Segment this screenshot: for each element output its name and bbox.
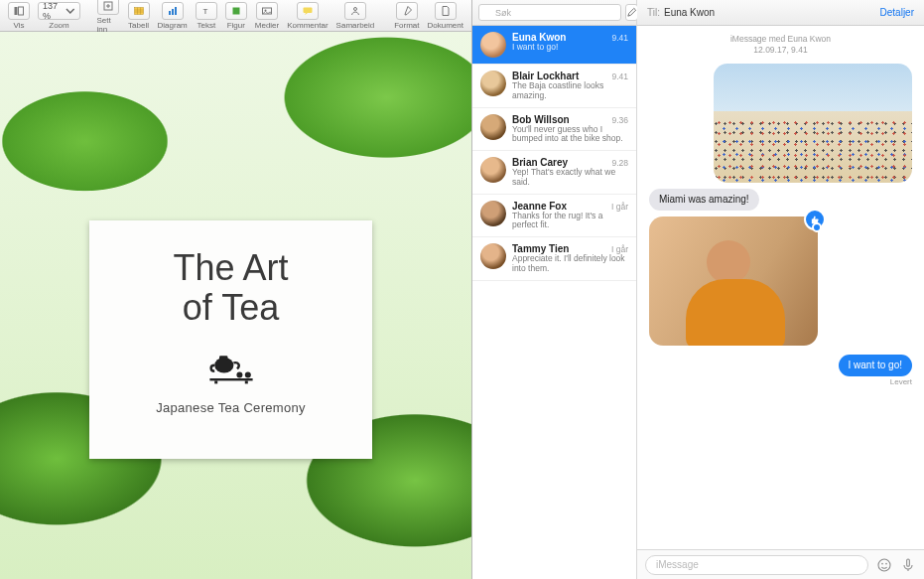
svg-rect-11 — [303, 7, 312, 13]
brush-icon — [401, 5, 413, 17]
svg-rect-5 — [172, 9, 174, 15]
svg-rect-3 — [134, 7, 143, 14]
conversation-item[interactable]: Tammy TienI gårAppreciate it. I'll defin… — [472, 237, 636, 281]
document-button[interactable] — [435, 2, 457, 20]
chart-group: Diagram — [158, 2, 188, 30]
conversation-preview: Appreciate it. I'll definitely look into… — [512, 254, 628, 274]
card-subtitle: Japanese Tea Ceremony — [113, 400, 348, 415]
portrait-image[interactable] — [649, 217, 818, 346]
compose-input[interactable] — [645, 555, 868, 575]
avatar — [480, 114, 506, 140]
svg-rect-17 — [209, 378, 252, 380]
svg-point-21 — [878, 559, 890, 571]
svg-rect-18 — [214, 381, 217, 384]
media-button[interactable] — [256, 2, 278, 20]
collab-button[interactable] — [344, 2, 366, 20]
insert-button[interactable] — [97, 0, 119, 15]
conversation-time: 9.28 — [611, 158, 628, 168]
conversation-name: Tammy Tien — [512, 243, 569, 254]
svg-point-22 — [881, 562, 883, 564]
document-label: Dokument — [428, 21, 463, 30]
svg-rect-14 — [219, 356, 227, 360]
collab-label: Samarbeid — [336, 21, 375, 30]
insert-icon — [102, 0, 114, 12]
pages-canvas[interactable]: The Art of Tea Japanese Tea Ceremony — [0, 32, 471, 579]
conversation-name: Brian Carey — [512, 157, 568, 168]
teapot-icon — [201, 347, 261, 386]
media-label: Medier — [255, 21, 279, 30]
conversation-item[interactable]: Blair Lockhart9.41The Baja coastline loo… — [472, 65, 636, 108]
recipient-name[interactable]: Euna Kwon — [664, 7, 715, 18]
svg-point-15 — [236, 372, 242, 378]
comment-button[interactable] — [297, 2, 319, 20]
shape-button[interactable] — [225, 2, 247, 20]
incoming-text-bubble[interactable]: Miami was amazing! — [649, 189, 759, 211]
conversation-item[interactable]: Bob Willson9.36You'll never guess who I … — [472, 108, 636, 152]
mic-icon[interactable] — [900, 557, 916, 573]
conversation-item[interactable]: Brian Carey9.28Yep! That's exactly what … — [472, 151, 636, 195]
text-icon: T — [200, 5, 212, 17]
conversation-preview: Yep! That's exactly what we said. — [512, 168, 628, 188]
messages-app: Euna Kwon9.41I want to go!Blair Lockhart… — [472, 0, 924, 579]
svg-rect-0 — [15, 7, 18, 15]
message-thread[interactable]: iMessage med Euna Kwon 12.09.17, 9.41 Mi… — [637, 26, 924, 549]
chart-label: Diagram — [158, 21, 188, 30]
chart-button[interactable] — [162, 2, 184, 20]
messages-sidebar: Euna Kwon9.41I want to go!Blair Lockhart… — [472, 0, 637, 579]
format-group: Format — [394, 2, 419, 30]
svg-rect-24 — [907, 559, 910, 566]
conversation-name: Bob Willson — [512, 114, 570, 125]
shape-label: Figur — [227, 21, 245, 30]
sidebar-search-bar — [472, 0, 636, 26]
details-link[interactable]: Detaljer — [880, 7, 914, 18]
avatar — [480, 32, 506, 58]
svg-rect-6 — [175, 7, 177, 15]
beach-image[interactable] — [714, 64, 912, 183]
conversation-time: 9.41 — [611, 33, 628, 43]
table-icon — [133, 5, 145, 17]
conversation-preview: You'll never guess who I bumped into at … — [512, 125, 628, 145]
thumbs-up-icon — [810, 215, 821, 225]
title-card[interactable]: The Art of Tea Japanese Tea Ceremony — [89, 220, 372, 459]
svg-rect-1 — [19, 7, 24, 15]
conversation-item[interactable]: Jeanne FoxI gårThanks for the rug! It's … — [472, 195, 636, 238]
table-button[interactable] — [128, 2, 150, 20]
view-group: Vis — [8, 2, 30, 30]
thread-meta: iMessage med Euna Kwon 12.09.17, 9.41 — [649, 34, 912, 55]
pages-app: Vis 137 % Zoom Sett inn Tabell Diagram T… — [0, 0, 472, 579]
svg-text:T: T — [202, 7, 207, 16]
conversation-list[interactable]: Euna Kwon9.41I want to go!Blair Lockhart… — [472, 26, 636, 579]
svg-point-23 — [885, 562, 887, 564]
incoming-image-row — [649, 217, 912, 346]
text-group: T Tekst — [196, 2, 217, 30]
conversation-name: Euna Kwon — [512, 32, 566, 43]
view-icon — [13, 5, 25, 17]
thumbs-up-tapback[interactable] — [804, 209, 826, 230]
conversation-item[interactable]: Euna Kwon9.41I want to go! — [472, 26, 636, 65]
conversation-text: Tammy TienI gårAppreciate it. I'll defin… — [512, 243, 628, 274]
avatar — [480, 201, 506, 226]
search-input[interactable] — [478, 4, 621, 21]
collab-icon — [349, 5, 361, 17]
emoji-icon[interactable] — [876, 557, 892, 573]
delivery-status: Levert — [890, 377, 912, 386]
outgoing-text-bubble[interactable]: I want to go! — [839, 355, 912, 376]
conversation-time: 9.36 — [611, 115, 628, 125]
conversation-preview: The Baja coastline looks amazing. — [512, 81, 628, 101]
zoom-group: 137 % Zoom — [38, 2, 80, 30]
search-wrap — [478, 4, 621, 21]
format-button[interactable] — [396, 2, 418, 20]
chart-icon — [167, 5, 179, 17]
zoom-value: 137 % — [43, 1, 63, 21]
text-button[interactable]: T — [196, 2, 217, 20]
title-line2: of Tea — [183, 287, 279, 328]
conversation-name: Jeanne Fox — [512, 201, 567, 212]
view-button[interactable] — [8, 2, 30, 20]
comment-icon — [302, 5, 314, 17]
zoom-dropdown[interactable]: 137 % — [38, 2, 80, 20]
svg-rect-8 — [232, 7, 239, 14]
conversation-time: I går — [611, 202, 628, 212]
collab-group: Samarbeid — [336, 2, 375, 30]
card-title: The Art of Tea — [113, 248, 348, 327]
outgoing-image-row — [649, 64, 912, 183]
